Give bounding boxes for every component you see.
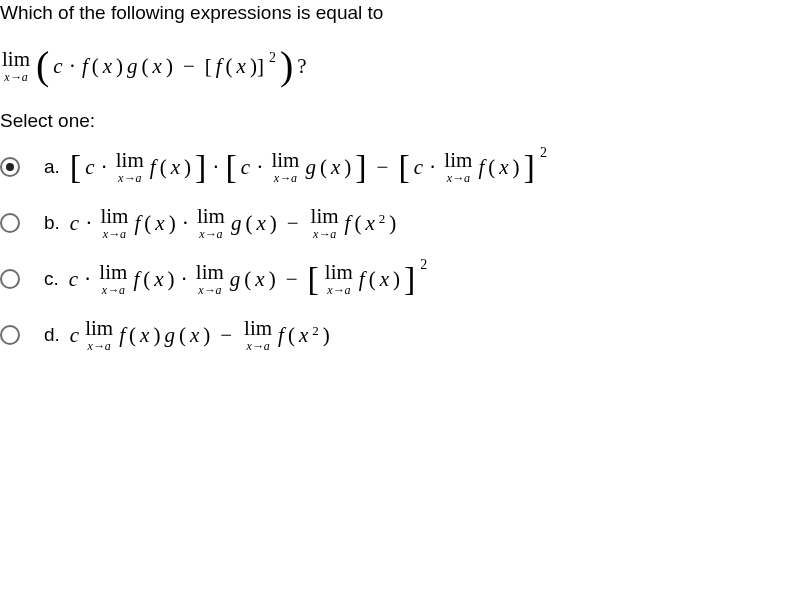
radio-c[interactable] [0, 269, 20, 289]
option-b[interactable]: b. c· limx→a f(x) · limx→a g(x) − limx→a… [0, 206, 785, 240]
option-b-content: b. c· limx→a f(x) · limx→a g(x) − limx→a… [44, 206, 396, 240]
radio-a[interactable] [0, 157, 20, 177]
radio-b[interactable] [0, 213, 20, 233]
option-a[interactable]: a. [c· limx→a f(x)] · [c· limx→a g(x)] −… [0, 150, 785, 184]
options-group: a. [c· limx→a f(x)] · [c· limx→a g(x)] −… [0, 150, 785, 352]
option-d[interactable]: d. c limx→a f(x)g(x) − limx→a f(x2) [0, 318, 785, 352]
option-c-content: c. c· limx→a f(x) · limx→a g(x) − [ limx… [44, 262, 427, 296]
select-one-label: Select one: [0, 110, 785, 132]
option-c[interactable]: c. c· limx→a f(x) · limx→a g(x) − [ limx… [0, 262, 785, 296]
main-expression: lim x→a ( c · f(x)g(x) − [f(x)]2 ) ? [0, 48, 785, 84]
question-stem: Which of the following expressions is eq… [0, 2, 785, 24]
option-a-content: a. [c· limx→a f(x)] · [c· limx→a g(x)] −… [44, 150, 547, 184]
radio-d[interactable] [0, 325, 20, 345]
option-d-content: d. c limx→a f(x)g(x) − limx→a f(x2) [44, 318, 330, 352]
